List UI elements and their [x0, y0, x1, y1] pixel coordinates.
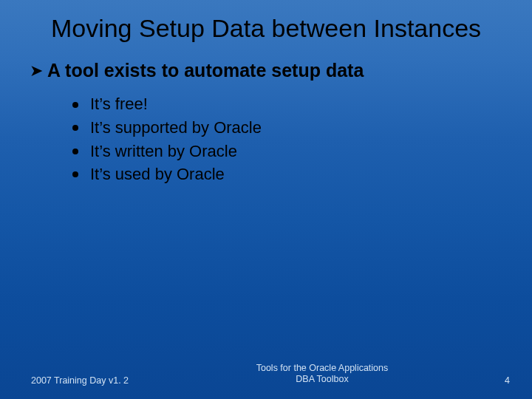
bullet-level2-text: It’s supported by Oracle — [90, 117, 262, 139]
bullet-level2: It’s written by Oracle — [72, 141, 502, 163]
slide-footer: 2007 Training Day v1. 2 Tools for the Or… — [0, 363, 532, 386]
slide: Moving Setup Data between Instances ➤ A … — [0, 0, 532, 399]
bullet-dot-icon — [72, 149, 78, 154]
bullet-level2: It’s free! — [72, 94, 502, 115]
footer-center: Tools for the Oracle Applications DBA To… — [179, 363, 466, 386]
sub-bullet-list: It’s free! It’s supported by Oracle It’s… — [30, 89, 502, 185]
bullet-level2-text: It’s written by Oracle — [90, 141, 237, 163]
bullet-level2-text: It’s free! — [90, 94, 148, 115]
bullet-dot-icon — [72, 102, 78, 108]
bullet-level1-text: A tool exists to automate setup data — [47, 59, 364, 82]
bullet-dot-icon — [72, 125, 78, 131]
slide-title: Moving Setup Data between Instances — [0, 0, 532, 52]
footer-center-line1: Tools for the Oracle Applications — [179, 363, 466, 375]
page-number: 4 — [466, 375, 510, 386]
bullet-dot-icon — [72, 171, 78, 177]
chevron-right-icon: ➤ — [30, 61, 43, 82]
bullet-level1: ➤ A tool exists to automate setup data — [30, 59, 502, 82]
footer-center-line2: DBA Toolbox — [179, 374, 466, 386]
slide-content: ➤ A tool exists to automate setup data I… — [0, 52, 532, 185]
bullet-level2: It’s used by Oracle — [72, 164, 502, 185]
bullet-level2-text: It’s used by Oracle — [90, 164, 225, 185]
bullet-level2: It’s supported by Oracle — [72, 117, 502, 139]
footer-left: 2007 Training Day v1. 2 — [31, 375, 179, 386]
